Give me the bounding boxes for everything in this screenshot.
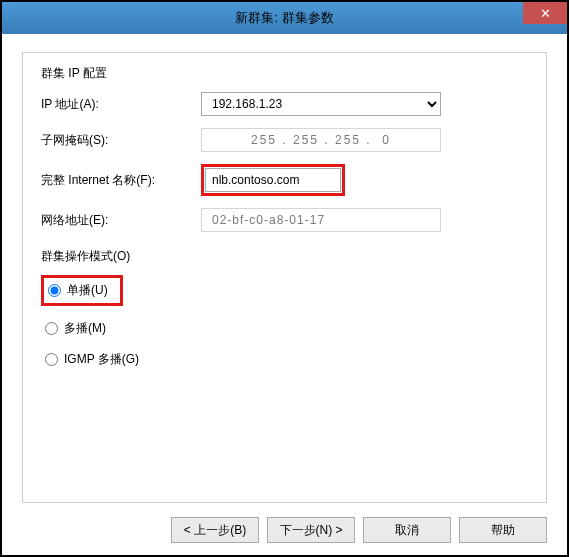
mode-igmp-label: IGMP 多播(G) [64,351,139,368]
mode-igmp-row[interactable]: IGMP 多播(G) [45,351,528,368]
mode-unicast-radio[interactable] [48,284,61,297]
titlebar: 新群集: 群集参数 ✕ [2,2,567,34]
close-icon: ✕ [540,7,551,20]
mac-field [201,208,441,232]
ip-address-select[interactable]: 192.168.1.23 [201,92,441,116]
mode-multicast-label: 多播(M) [64,320,106,337]
mode-igmp-radio[interactable] [45,353,58,366]
fqdn-highlight [201,164,345,196]
mac-row: 网络地址(E): [41,208,528,232]
next-button[interactable]: 下一步(N) > [267,517,355,543]
subnet-field [201,128,441,152]
cluster-mode-label: 群集操作模式(O) [41,248,528,265]
ip-address-label: IP 地址(A): [41,96,201,113]
mode-multicast-radio[interactable] [45,322,58,335]
subnet-label: 子网掩码(S): [41,132,201,149]
fqdn-input[interactable] [205,168,341,192]
back-button[interactable]: < 上一步(B) [171,517,259,543]
dialog-body: 群集 IP 配置 IP 地址(A): 192.168.1.23 子网掩码(S):… [2,34,567,555]
cancel-button[interactable]: 取消 [363,517,451,543]
mac-label: 网络地址(E): [41,212,201,229]
ip-config-group-label: 群集 IP 配置 [41,65,528,82]
close-button[interactable]: ✕ [523,2,567,24]
mode-unicast-label: 单播(U) [67,282,108,299]
subnet-row: 子网掩码(S): [41,128,528,152]
cluster-mode-group: 群集操作模式(O) 单播(U) 多播(M) IGMP 多播(G) [41,248,528,368]
inner-panel: 群集 IP 配置 IP 地址(A): 192.168.1.23 子网掩码(S):… [22,52,547,503]
mode-unicast-row[interactable]: 单播(U) [41,275,123,306]
window-title: 新群集: 群集参数 [235,9,333,27]
fqdn-label: 完整 Internet 名称(F): [41,172,201,189]
fqdn-row: 完整 Internet 名称(F): [41,164,528,196]
button-row: < 上一步(B) 下一步(N) > 取消 帮助 [22,503,547,543]
help-button[interactable]: 帮助 [459,517,547,543]
ip-address-row: IP 地址(A): 192.168.1.23 [41,92,528,116]
mode-multicast-row[interactable]: 多播(M) [45,320,528,337]
